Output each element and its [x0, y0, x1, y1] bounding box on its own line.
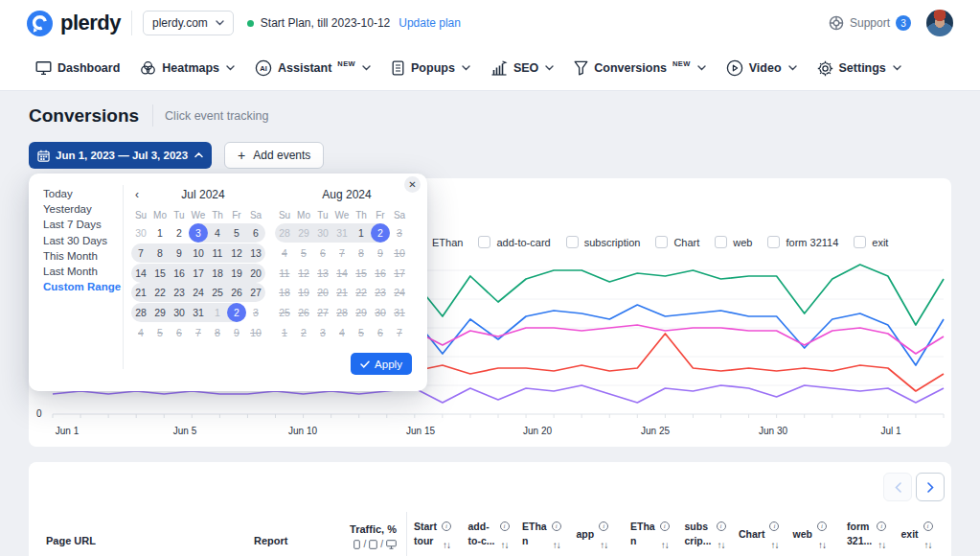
preset-this-month[interactable]: This Month: [43, 251, 123, 263]
calendar-day[interactable]: 31: [189, 303, 208, 322]
calendar-day[interactable]: 23: [170, 283, 189, 302]
calendar-day[interactable]: 5: [294, 243, 313, 263]
calendar-day[interactable]: 5: [352, 323, 371, 342]
calendar-day[interactable]: 12: [227, 243, 246, 263]
pagination-prev-button[interactable]: [883, 473, 912, 501]
sort-icon[interactable]: ↑↓: [501, 540, 509, 550]
calendar-day[interactable]: 5: [150, 323, 170, 342]
info-icon[interactable]: i: [552, 521, 561, 531]
col-header-event-4[interactable]: EThani↑↓: [630, 520, 670, 550]
add-events-button[interactable]: + Add events: [224, 142, 324, 169]
calendar-day[interactable]: 2: [170, 223, 189, 243]
col-header-event-8[interactable]: form321...i↑↓: [847, 520, 886, 550]
info-icon[interactable]: i: [599, 521, 608, 531]
col-header-event-7[interactable]: webi↑↓: [793, 520, 827, 550]
update-plan-link[interactable]: Update plan: [399, 16, 461, 30]
calendar-day[interactable]: 29: [150, 303, 170, 322]
calendar-day[interactable]: 24: [189, 283, 208, 302]
calendar-day[interactable]: 18: [208, 264, 227, 283]
preset-yesterday[interactable]: Yesterday: [43, 204, 123, 216]
calendar-day[interactable]: 10: [246, 323, 265, 342]
col-header-page-url[interactable]: Page URL: [46, 535, 96, 546]
calendar-day[interactable]: 28: [275, 223, 294, 243]
col-header-event-9[interactable]: exiti↑↓: [901, 520, 933, 550]
calendar-day[interactable]: 3: [189, 223, 208, 243]
calendar-day[interactable]: 4: [131, 323, 150, 342]
pagination-next-button[interactable]: [916, 473, 945, 501]
calendar-day[interactable]: 22: [150, 283, 170, 302]
col-header-traffic[interactable]: Traffic, % / /: [316, 523, 397, 549]
calendar-day[interactable]: 16: [371, 264, 390, 283]
info-icon[interactable]: i: [717, 521, 726, 531]
col-header-report[interactable]: Report: [254, 535, 287, 546]
calendar-day[interactable]: 29: [294, 223, 313, 243]
calendar-day[interactable]: 27: [246, 283, 265, 302]
calendar-day[interactable]: 1: [208, 303, 227, 322]
calendar-day[interactable]: 8: [150, 243, 170, 263]
calendar-day[interactable]: 10: [189, 243, 208, 263]
calendar-day[interactable]: 3: [246, 303, 265, 322]
calendar-day[interactable]: 19: [294, 283, 313, 302]
nav-item-assistant[interactable]: AIAssistantNEW: [255, 59, 371, 77]
sort-icon[interactable]: ↑↓: [818, 540, 826, 550]
calendar-day[interactable]: 1: [275, 323, 294, 342]
sort-icon[interactable]: ↑↓: [661, 540, 669, 550]
calendar-day[interactable]: 11: [208, 243, 227, 263]
calendar-day[interactable]: 27: [313, 303, 332, 322]
calendar-day[interactable]: 3: [313, 323, 332, 342]
preset-last-30-days[interactable]: Last 30 Days: [43, 236, 123, 247]
calendar-day[interactable]: 26: [227, 283, 246, 302]
calendar-day[interactable]: 1: [352, 223, 371, 243]
calendar-day[interactable]: 17: [189, 264, 208, 283]
calendar-day[interactable]: 16: [170, 264, 189, 283]
calendar-day[interactable]: 14: [332, 264, 352, 283]
calendar-day[interactable]: 7: [332, 243, 352, 263]
calendar-day[interactable]: 21: [131, 283, 150, 302]
calendar-day[interactable]: 30: [371, 303, 390, 322]
preset-last-month[interactable]: Last Month: [43, 266, 123, 278]
info-icon[interactable]: i: [817, 521, 827, 531]
info-icon[interactable]: i: [923, 521, 933, 531]
calendar-day[interactable]: 7: [390, 323, 409, 342]
calendar-day[interactable]: 17: [390, 264, 409, 283]
calendar-day[interactable]: 11: [275, 264, 294, 283]
calendar-prev-arrow[interactable]: ‹: [135, 185, 139, 204]
col-header-event-5[interactable]: subscrip...i↑↓: [685, 520, 726, 550]
calendar-day[interactable]: 25: [275, 303, 294, 322]
calendar-day[interactable]: 22: [352, 283, 371, 302]
nav-item-video[interactable]: Video: [726, 59, 797, 77]
calendar-day[interactable]: 30: [170, 303, 189, 322]
calendar-day[interactable]: 13: [246, 243, 265, 263]
calendar-day[interactable]: 6: [170, 323, 189, 342]
calendar-day[interactable]: 25: [208, 283, 227, 302]
calendar-day[interactable]: 28: [131, 303, 150, 322]
calendar-day[interactable]: 2: [227, 303, 246, 322]
calendar-day[interactable]: 7: [189, 323, 208, 342]
calendar-day[interactable]: 13: [313, 264, 332, 283]
calendar-day[interactable]: 3: [390, 223, 409, 243]
brand-logo[interactable]: plerdy: [27, 11, 121, 36]
calendar-day[interactable]: 4: [332, 323, 352, 342]
calendar-day[interactable]: 14: [131, 264, 150, 283]
calendar-day[interactable]: 12: [294, 264, 313, 283]
calendar-day[interactable]: 9: [371, 243, 390, 263]
calendar-day[interactable]: 15: [352, 264, 371, 283]
sort-icon[interactable]: ↑↓: [770, 540, 778, 550]
info-icon[interactable]: i: [442, 521, 451, 531]
calendar-day[interactable]: 29: [352, 303, 371, 322]
preset-today[interactable]: Today: [43, 189, 123, 200]
calendar-day[interactable]: 15: [150, 264, 170, 283]
nav-item-heatmaps[interactable]: Heatmaps: [140, 60, 235, 76]
info-icon[interactable]: i: [769, 521, 779, 531]
calendar-day[interactable]: 6: [313, 243, 332, 263]
col-header-event-0[interactable]: Starttouri↑↓: [414, 520, 451, 550]
calendar-day[interactable]: 31: [332, 223, 352, 243]
sort-icon[interactable]: ↑↓: [718, 540, 725, 550]
sort-icon[interactable]: ↑↓: [877, 540, 885, 550]
sort-icon[interactable]: ↑↓: [600, 540, 607, 550]
calendar-day[interactable]: 10: [390, 243, 409, 263]
calendar-day[interactable]: 30: [313, 223, 332, 243]
calendar-day[interactable]: 31: [390, 303, 409, 322]
calendar-day[interactable]: 26: [294, 303, 313, 322]
calendar-day[interactable]: 4: [275, 243, 294, 263]
